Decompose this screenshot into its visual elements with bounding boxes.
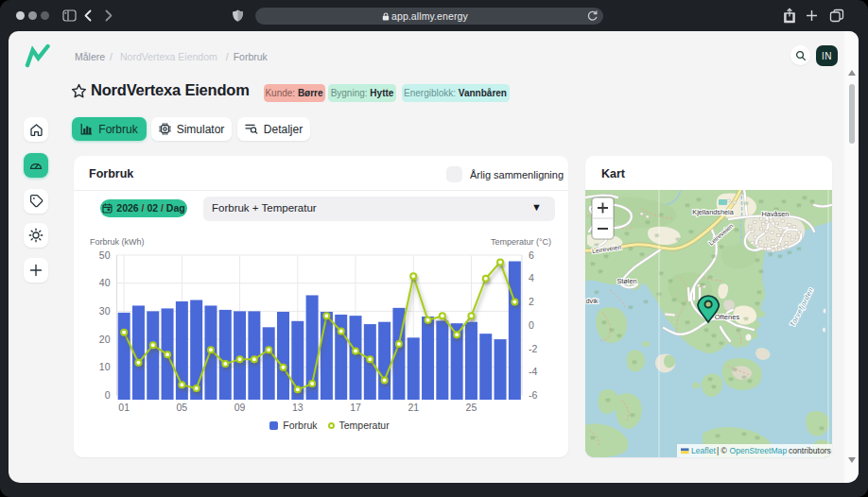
svg-text:05: 05 bbox=[177, 402, 188, 413]
svg-text:10: 10 bbox=[99, 361, 111, 372]
svg-text:Havåsen: Havåsen bbox=[762, 210, 790, 218]
svg-text:dvik: dvik bbox=[586, 297, 599, 305]
svg-text:01: 01 bbox=[118, 402, 130, 413]
svg-text:contributors: contributors bbox=[789, 446, 831, 455]
svg-text:17: 17 bbox=[350, 402, 361, 413]
svg-text:2: 2 bbox=[529, 296, 534, 307]
svg-text:30: 30 bbox=[99, 305, 111, 317]
svg-text:20: 20 bbox=[99, 334, 111, 345]
svg-text:50: 50 bbox=[99, 249, 111, 261]
svg-text:0: 0 bbox=[529, 319, 534, 331]
svg-text:6: 6 bbox=[529, 249, 534, 261]
svg-text:13: 13 bbox=[292, 402, 304, 413]
svg-text:Leaflet: Leaflet bbox=[691, 446, 716, 455]
svg-text:Kjellandsheia: Kjellandsheia bbox=[692, 208, 734, 216]
svg-text:4: 4 bbox=[529, 272, 534, 283]
svg-text:-2: -2 bbox=[529, 343, 537, 354]
svg-text:OpenStreetMap: OpenStreetMap bbox=[730, 446, 788, 455]
svg-text:21: 21 bbox=[408, 402, 419, 413]
svg-text:40: 40 bbox=[99, 277, 111, 288]
svg-text:Oftenes: Oftenes bbox=[715, 313, 740, 321]
svg-text:25: 25 bbox=[466, 402, 477, 413]
svg-text:-6: -6 bbox=[529, 389, 537, 401]
svg-text:0: 0 bbox=[105, 389, 111, 401]
svg-text:| ©: | © bbox=[717, 446, 728, 455]
svg-text:09: 09 bbox=[234, 402, 246, 413]
svg-text:-4: -4 bbox=[529, 366, 537, 377]
svg-text:Stølen: Stølen bbox=[616, 277, 636, 285]
